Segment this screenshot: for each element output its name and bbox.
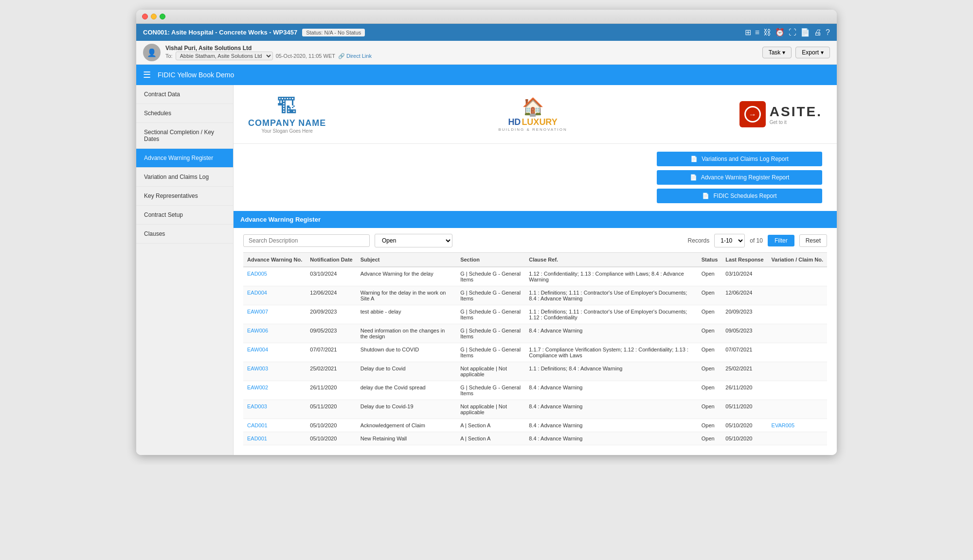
close-btn[interactable] (142, 14, 148, 19)
col-header-clause: Clause Ref. (525, 253, 698, 267)
company-slogan: Your Slogan Goes Here (262, 128, 313, 134)
minimize-btn[interactable] (151, 14, 157, 19)
reset-button[interactable]: Reset (799, 234, 827, 247)
row-status: Open (698, 343, 722, 362)
maximize-btn[interactable] (160, 14, 165, 19)
row-section: G | Schedule G - General Items (456, 324, 525, 343)
sidebar-item-schedules[interactable]: Schedules (136, 104, 233, 123)
clock-icon[interactable]: ⏰ (775, 28, 785, 37)
filter-button[interactable]: Filter (768, 235, 794, 246)
export-button[interactable]: Export ▾ (795, 47, 830, 58)
avatar: 👤 (143, 44, 161, 61)
table-row: EAD00503/10/2024Advance Warning for the … (243, 267, 827, 286)
table-row: EAW00609/05/2023Need information on the … (243, 324, 827, 343)
hdluxury-sub: BUILDING & RENOVATION (498, 127, 567, 132)
row-date: 12/06/2024 (306, 286, 356, 305)
row-last-response: 07/07/2021 (721, 343, 767, 362)
list-icon[interactable]: ≡ (755, 28, 759, 37)
window-title: CON001: Asite Hospital - Concrete Works … (143, 29, 297, 36)
row-last-response: 05/11/2020 (721, 400, 767, 419)
expand-icon[interactable]: ⛶ (789, 28, 796, 37)
row-clause: 1.1.7 : Compliance Verification System; … (525, 343, 698, 362)
table-section-title: Advance Warning Register (234, 211, 837, 228)
top-bar-icons: ⊞ ≡ ⛓ ⏰ ⛶ 📄 🖨 ? (745, 28, 830, 37)
link-icon-top[interactable]: ⛓ (763, 28, 771, 37)
row-date: 05/11/2020 (306, 400, 356, 419)
row-last-response: 20/09/2023 (721, 305, 767, 324)
table-section: Advance Warning Register Open Records 1-… (234, 211, 837, 455)
search-input[interactable] (243, 234, 370, 247)
direct-link[interactable]: 🔗 Direct Link (338, 53, 372, 59)
table-row: EAD00105/10/2020New Retaining WallA | Se… (243, 432, 827, 445)
report-icon-2: 📄 (690, 174, 697, 181)
row-subject: Need information on the changes in the d… (357, 324, 456, 343)
row-last-response: 25/02/2021 (721, 362, 767, 381)
row-id-link[interactable]: EAW004 (247, 347, 268, 352)
row-clause: 8.4 : Advance Warning (525, 432, 698, 445)
chevron-down-icon: ▾ (821, 49, 824, 56)
user-info: 👤 Vishal Puri, Asite Solutions Ltd To: A… (143, 44, 372, 61)
report-buttons: 📄 Variations and Claims Log Report 📄 Adv… (234, 144, 837, 211)
records-range-select[interactable]: 1-10 (714, 234, 745, 247)
logo-header: 🏗 COMPANY NAME Your Slogan Goes Here 🏠 H… (234, 85, 837, 144)
hdluxury-icon: 🏠 (522, 97, 544, 117)
row-section: Not applicable | Not applicable (456, 400, 525, 419)
row-date: 09/05/2023 (306, 324, 356, 343)
table-row: EAD00412/06/2024Warning for the delay in… (243, 286, 827, 305)
top-bar-left: CON001: Asite Hospital - Concrete Works … (143, 29, 365, 36)
row-id-link[interactable]: EAW003 (247, 366, 268, 371)
row-status: Open (698, 381, 722, 400)
row-id-link[interactable]: EAD005 (247, 271, 267, 277)
row-variation (768, 305, 827, 324)
col-header-id: Advance Warning No. (243, 253, 306, 267)
status-filter-select[interactable]: Open (375, 234, 452, 247)
print-icon[interactable]: 🖨 (814, 28, 822, 37)
row-section: G | Schedule G - General Items (456, 381, 525, 400)
row-last-response: 05/10/2020 (721, 432, 767, 445)
fidic-schedules-report-button[interactable]: 📄 FIDIC Schedules Report (657, 189, 822, 203)
hamburger-icon[interactable]: ☰ (143, 70, 151, 80)
sidebar-item-sectional-completion[interactable]: Sectional Completion / Key Dates (136, 123, 233, 149)
row-date: 03/10/2024 (306, 267, 356, 286)
row-id-link[interactable]: EAD001 (247, 436, 267, 441)
content-area: 🏗 COMPANY NAME Your Slogan Goes Here 🏠 H… (234, 85, 837, 455)
row-id-link[interactable]: EAW002 (247, 385, 268, 390)
sidebar-item-contract-data[interactable]: Contract Data (136, 85, 233, 104)
advance-warning-table: Advance Warning No. Notification Date Su… (243, 252, 827, 445)
grid-icon[interactable]: ⊞ (745, 28, 751, 37)
sidebar-item-advance-warning[interactable]: Advance Warning Register (136, 149, 233, 168)
row-last-response: 05/10/2020 (721, 419, 767, 432)
row-id-link[interactable]: CAD001 (247, 422, 268, 428)
hdluxury-logo: 🏠 HD LUXURY BUILDING & RENOVATION (498, 97, 567, 132)
row-subject: Shutdown due to COVID (357, 343, 456, 362)
asite-tagline: Get to it (770, 120, 822, 125)
row-id-link[interactable]: EAW007 (247, 309, 268, 315)
sidebar-item-variation-claims[interactable]: Variation and Claims Log (136, 168, 233, 187)
sidebar-item-contract-setup[interactable]: Contract Setup (136, 206, 233, 225)
row-id-link[interactable]: EAD003 (247, 403, 267, 409)
company-logo: 🏗 COMPANY NAME Your Slogan Goes Here (248, 95, 326, 134)
row-date: 25/02/2021 (306, 362, 356, 381)
variations-claims-report-button[interactable]: 📄 Variations and Claims Log Report (657, 152, 822, 166)
to-select[interactable]: Abbie Statham, Asite Solutions Ltd (176, 52, 273, 60)
row-id-link[interactable]: EAD004 (247, 290, 267, 296)
row-last-response: 09/05/2023 (721, 324, 767, 343)
user-bar-right: Task ▾ Export ▾ (762, 47, 830, 58)
row-clause: 8.4 : Advance Warning (525, 400, 698, 419)
task-button[interactable]: Task ▾ (762, 47, 792, 58)
row-status: Open (698, 324, 722, 343)
sidebar-item-clauses[interactable]: Clauses (136, 225, 233, 244)
row-date: 26/11/2020 (306, 381, 356, 400)
row-status: Open (698, 267, 722, 286)
table-row: EAW00325/02/2021Delay due to CovidNot ap… (243, 362, 827, 381)
row-variation (768, 400, 827, 419)
row-variation-link[interactable]: EVAR005 (772, 422, 795, 428)
row-date: 05/10/2020 (306, 432, 356, 445)
row-variation: EVAR005 (768, 419, 827, 432)
document-icon-top[interactable]: 📄 (800, 28, 810, 37)
help-icon[interactable]: ? (826, 28, 830, 37)
advance-warning-report-button[interactable]: 📄 Advance Warning Register Report (657, 170, 822, 185)
row-id-link[interactable]: EAW006 (247, 328, 268, 333)
sidebar-item-key-representatives[interactable]: Key Representatives (136, 187, 233, 206)
link-icon: 🔗 (338, 53, 345, 59)
